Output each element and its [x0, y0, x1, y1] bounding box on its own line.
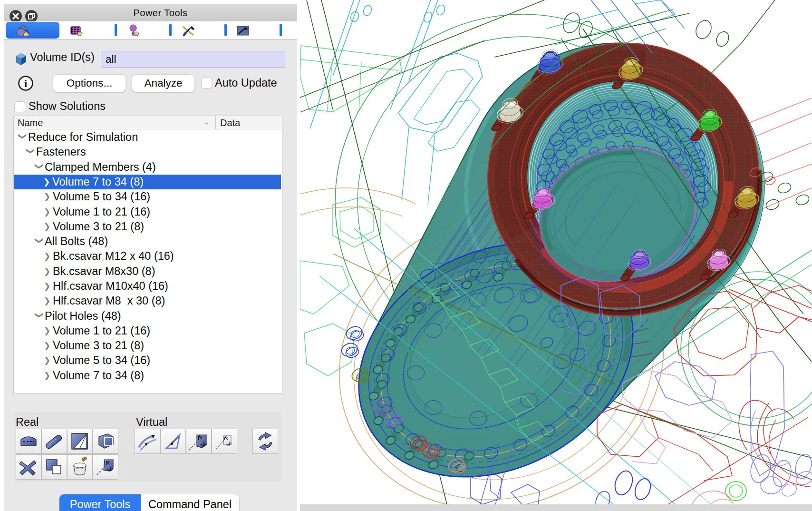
svg-text:i: i: [24, 78, 27, 89]
